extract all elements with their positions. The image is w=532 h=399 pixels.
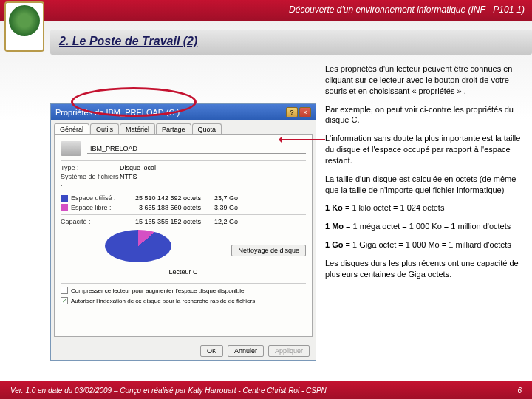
callout-arrow [281, 139, 325, 140]
free-label: Espace libre : [61, 204, 120, 212]
school-logo [4, 1, 44, 52]
close-icon[interactable]: × [299, 107, 311, 117]
drive-icon [61, 141, 81, 156]
used-bytes: 25 510 142 592 octets [120, 194, 201, 202]
para-2: Par exemple, on peut voir ci-contre les … [325, 104, 523, 126]
course-code: Découverte d'un environnement informatiq… [289, 4, 525, 15]
apply-button[interactable]: Appliquer [268, 345, 310, 357]
para-3: L'information sans doute la plus importa… [325, 133, 523, 166]
para-1: Les propriétés d'un lecteur peuvent être… [325, 64, 523, 97]
fs-value: NTFS [120, 173, 306, 188]
dialog-tabs: Général Outils Matériel Partage Quota [51, 120, 316, 134]
cap-bytes: 15 165 355 152 octets [120, 218, 201, 225]
page-number: 6 [517, 386, 522, 395]
used-label: Espace utilisé : [61, 194, 120, 202]
cap-gb: 12,2 Go [201, 218, 238, 225]
type-value: Disque local [120, 164, 306, 171]
pie-chart [105, 230, 171, 267]
para-5: 1 Ko = 1 kilo octet = 1 024 octets [325, 202, 523, 214]
tab-hardware[interactable]: Matériel [120, 123, 155, 134]
free-gb: 3,39 Go [201, 204, 238, 212]
help-icon[interactable]: ? [286, 107, 298, 117]
used-gb: 23,7 Go [201, 194, 238, 202]
index-checkbox[interactable]: ✓ [61, 297, 68, 304]
cancel-button[interactable]: Annuler [228, 345, 264, 357]
tab-general[interactable]: Général [54, 123, 89, 134]
tab-tools[interactable]: Outils [90, 123, 119, 134]
footer-text: Ver. 1.0 en date du 03/02/2009 – Conçu e… [10, 386, 327, 395]
compress-checkbox[interactable] [61, 287, 68, 294]
dialog-body: IBM_PRELOAD Type :Disque local Système d… [54, 134, 313, 337]
ok-button[interactable]: OK [200, 345, 223, 357]
free-bytes: 3 655 188 560 octets [120, 204, 201, 212]
tab-quota[interactable]: Quota [192, 123, 222, 134]
type-label: Type : [61, 164, 120, 171]
index-label: Autoriser l'indexation de ce disque pour… [71, 298, 255, 304]
para-8: Les disques durs les plus récents ont un… [325, 258, 523, 280]
pie-label: Lecteur C [61, 268, 306, 276]
explanation-text: Les propriétés d'un lecteur peuvent être… [325, 64, 523, 287]
slide-title: 2. Le Poste de Travail (2) [59, 35, 523, 48]
disk-cleanup-button[interactable]: Nettoyage de disque [231, 245, 306, 256]
para-4: La taille d'un disque est calculée en oc… [325, 174, 523, 196]
compress-label: Compresser ce lecteur pour augmenter l'e… [71, 287, 245, 294]
highlight-ellipse [71, 87, 197, 117]
para-7: 1 Go = 1 Giga octet = 1 000 Mo = 1 milli… [325, 239, 523, 250]
tab-share[interactable]: Partage [156, 123, 191, 134]
cap-label: Capacité : [61, 218, 120, 225]
para-6: 1 Mo = 1 méga octet = 1 000 Ko = 1 milli… [325, 221, 523, 232]
slide-footer: Ver. 1.0 en date du 03/02/2009 – Conçu e… [0, 381, 532, 399]
drive-name-field[interactable]: IBM_PRELOAD [87, 144, 306, 154]
slide-title-bar: 2. Le Poste de Travail (2) [50, 30, 532, 55]
fs-label: Système de fichiers : [61, 173, 120, 188]
